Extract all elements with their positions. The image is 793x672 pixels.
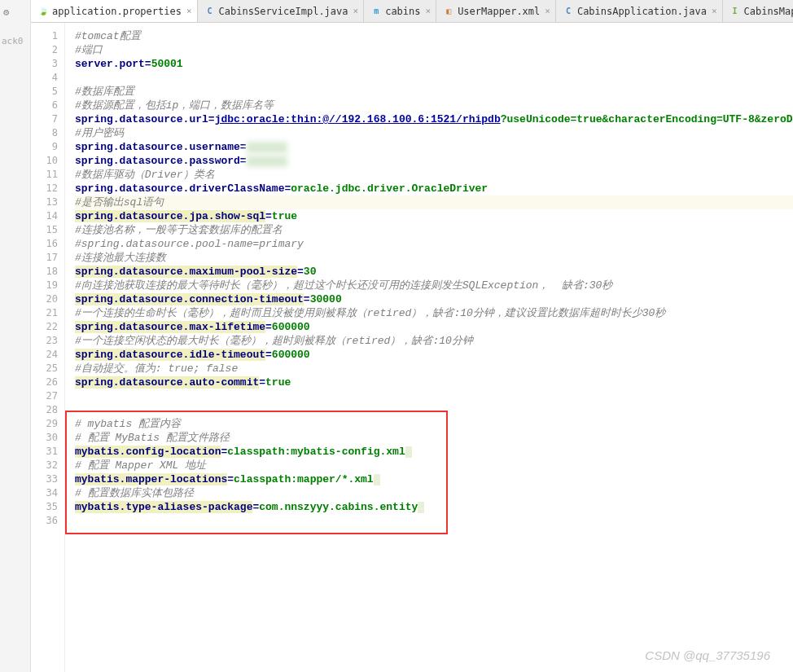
code-line-11[interactable]: #数据库驱动（Driver）类名 (75, 168, 793, 182)
code-line-2[interactable]: #端口 (75, 43, 793, 57)
left-gutter: ⚙ ack0 (0, 0, 31, 672)
file-icon: ◧ (443, 6, 454, 17)
tab-cabinsapplication-java[interactable]: CCabinsApplication.java× (556, 0, 723, 22)
tab-label: CabinsServiceImpl.java (219, 6, 348, 17)
tab-label: application.properties (52, 6, 182, 17)
code-line-19[interactable]: #向连接池获取连接的最大等待时长（毫秒），超过这个时长还没可用的连接则发生SQL… (75, 279, 793, 292)
code-line-32[interactable]: # 配置 Mapper XML 地址 (75, 459, 793, 472)
editor-tabs: 🍃application.properties×CCabinsServiceIm… (31, 0, 793, 23)
code-line-24[interactable]: spring.datasource.idle-timeout=600000 (75, 348, 793, 362)
code-line-10[interactable]: spring.datasource.password= (75, 154, 793, 168)
code-line-12[interactable]: spring.datasource.driverClassName=oracle… (75, 182, 793, 195)
code-line-23[interactable]: #一个连接空闲状态的最大时长（毫秒），超时则被释放（retired），缺省:10… (75, 334, 793, 348)
close-icon[interactable]: × (712, 6, 717, 16)
code-line-21[interactable]: #一个连接的生命时长（毫秒），超时而且没被使用则被释放（retired），缺省:… (75, 306, 793, 320)
gutter-label: ack0 (2, 36, 24, 46)
tab-label: CabinsMapper.java (744, 6, 794, 17)
code-line-28[interactable] (75, 403, 793, 417)
tab-label: cabins (385, 6, 420, 17)
code-line-5[interactable]: #数据库配置 (75, 85, 793, 99)
code-content[interactable]: #tomcat配置#端口server.port=50001 #数据库配置#数据源… (65, 23, 793, 672)
close-icon[interactable]: × (545, 6, 550, 16)
code-line-6[interactable]: #数据源配置，包括ip，端口，数据库名等 (75, 99, 793, 112)
close-icon[interactable]: × (353, 6, 359, 16)
code-line-14[interactable]: spring.datasource.jpa.show-sql=true (75, 209, 793, 223)
code-line-30[interactable]: # 配置 MyBatis 配置文件路径 (75, 431, 793, 445)
code-line-33[interactable]: mybatis.mapper-locations=classpath:mappe… (75, 472, 793, 486)
code-line-20[interactable]: spring.datasource.connection-timeout=300… (75, 292, 793, 306)
code-line-8[interactable]: #用户密码 (75, 126, 793, 140)
tab-cabinsserviceimpl-java[interactable]: CCabinsServiceImpl.java× (198, 0, 365, 22)
code-line-1[interactable]: #tomcat配置 (75, 29, 793, 43)
tab-application-properties[interactable]: 🍃application.properties× (31, 0, 198, 22)
code-line-17[interactable]: #连接池最大连接数 (75, 251, 793, 265)
code-line-31[interactable]: mybatis.config-location=classpath:mybati… (75, 445, 793, 459)
tab-usermapper-xml[interactable]: ◧UserMapper.xml× (436, 0, 556, 22)
file-icon: I (729, 6, 741, 17)
close-icon[interactable]: × (426, 6, 432, 16)
file-icon: m (370, 6, 382, 17)
code-line-3[interactable]: server.port=50001 (75, 57, 793, 71)
tab-label: UserMapper.xml (458, 6, 540, 17)
watermark: CSDN @qq_37735196 (645, 648, 770, 662)
gear-icon[interactable]: ⚙ (3, 7, 9, 18)
code-line-34[interactable]: # 配置数据库实体包路径 (75, 486, 793, 500)
code-line-26[interactable]: spring.datasource.auto-commit=true (75, 376, 793, 389)
tab-cabinsmapper-java[interactable]: ICabinsMapper.java× (723, 0, 794, 22)
line-numbers: 1234567891011121314151617181920212223242… (31, 23, 65, 672)
code-line-18[interactable]: spring.datasource.maximum-pool-size=30 (75, 265, 793, 279)
code-line-9[interactable]: spring.datasource.username= (75, 140, 793, 154)
code-line-4[interactable] (75, 71, 793, 85)
code-line-27[interactable] (75, 389, 793, 403)
editor-area: 1234567891011121314151617181920212223242… (31, 23, 793, 672)
file-icon: C (563, 6, 574, 17)
code-line-13[interactable]: #是否输出sql语句 (75, 195, 793, 209)
code-line-29[interactable]: # mybatis 配置内容 (75, 417, 793, 431)
file-icon: C (204, 6, 216, 17)
tab-cabins[interactable]: mcabins× (364, 0, 436, 22)
code-line-15[interactable]: #连接池名称，一般等于这套数据库的配置名 (75, 223, 793, 237)
code-line-22[interactable]: spring.datasource.max-lifetime=600000 (75, 320, 793, 334)
code-line-16[interactable]: #spring.datasource.pool-name=primary (75, 237, 793, 251)
code-line-35[interactable]: mybatis.type-aliases-package=com.nnszyyy… (75, 500, 793, 514)
close-icon[interactable]: × (186, 6, 192, 16)
code-line-7[interactable]: spring.datasource.url=jdbc:oracle:thin:@… (75, 112, 793, 126)
file-icon: 🍃 (37, 6, 49, 17)
tab-label: CabinsApplication.java (577, 6, 707, 17)
code-line-25[interactable]: #自动提交。值为: true; false (75, 362, 793, 376)
code-line-36[interactable] (75, 514, 793, 528)
